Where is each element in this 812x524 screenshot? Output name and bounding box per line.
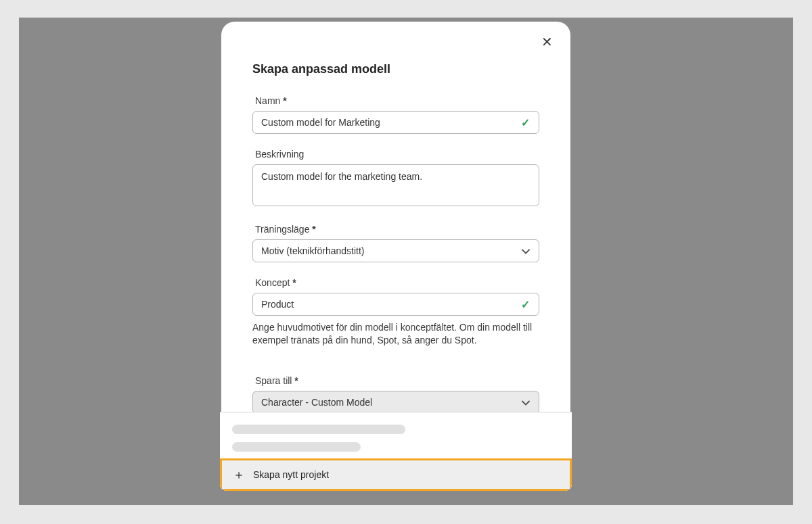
concept-group: Koncept ✓ Ange huvudmotivet för din mode…	[252, 277, 539, 347]
concept-input[interactable]	[252, 293, 539, 316]
save-to-select[interactable]	[252, 391, 539, 414]
save-to-label: Spara till	[252, 375, 539, 386]
check-icon: ✓	[521, 116, 530, 129]
create-new-project-button[interactable]: ＋ Skapa nytt projekt	[220, 458, 572, 491]
training-mode-label: Träningsläge	[252, 224, 539, 235]
training-mode-select-wrap	[252, 239, 539, 262]
save-to-dropdown-panel: ＋ Skapa nytt projekt	[220, 412, 572, 491]
name-label: Namn	[252, 95, 539, 106]
skeleton-line	[232, 425, 405, 434]
save-to-group: Spara till	[252, 375, 539, 414]
concept-input-wrap: ✓	[252, 293, 539, 316]
plus-icon: ＋	[233, 469, 245, 481]
create-project-label: Skapa nytt projekt	[253, 469, 329, 480]
save-to-select-wrap	[252, 391, 539, 414]
training-mode-select[interactable]	[252, 239, 539, 262]
check-icon: ✓	[521, 298, 530, 311]
dropdown-options-loading	[220, 412, 572, 458]
name-input[interactable]	[252, 111, 539, 134]
description-group: Beskrivning Custom model for the marketi…	[252, 149, 539, 209]
create-model-modal: ✕ Skapa anpassad modell Namn ✓ Beskrivni…	[221, 22, 570, 491]
name-input-wrap: ✓	[252, 111, 539, 134]
skeleton-line	[232, 442, 361, 452]
close-icon: ✕	[541, 34, 553, 49]
close-button[interactable]: ✕	[539, 32, 556, 51]
description-label: Beskrivning	[252, 149, 539, 160]
name-group: Namn ✓	[252, 95, 539, 134]
description-input[interactable]: Custom model for the marketing team.	[252, 164, 539, 206]
modal-title: Skapa anpassad modell	[252, 62, 539, 76]
training-mode-group: Träningsläge	[252, 224, 539, 262]
concept-label: Koncept	[252, 277, 539, 288]
concept-help-text: Ange huvudmotivet för din modell i konce…	[252, 321, 539, 347]
